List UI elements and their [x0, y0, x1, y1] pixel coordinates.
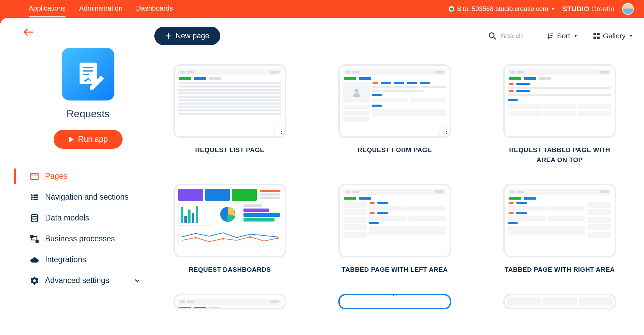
left-rail-cover: [0, 18, 14, 335]
svg-rect-23: [597, 33, 600, 35]
svg-rect-22: [593, 33, 596, 35]
search-input[interactable]: [500, 32, 532, 40]
topbar: Applications Administration Dashboards S…: [14, 0, 644, 18]
selection-handle[interactable]: [338, 294, 341, 296]
card-thumbnail: [503, 184, 616, 257]
card-thumbnail: ⋮: [338, 64, 451, 138]
chevron-down-icon: ▼: [574, 34, 578, 38]
card-title: REQUEST FORM PAGE: [338, 145, 451, 155]
svg-rect-4: [31, 173, 38, 179]
card-request-form[interactable]: ⋮ REQUEST FORM PAGE: [338, 64, 451, 165]
svg-point-6: [31, 194, 33, 196]
chevron-down-icon: ▼: [629, 34, 633, 38]
nav-label: Integrations: [45, 255, 86, 264]
workspace: Requests Run app Pages Navigation and se…: [14, 18, 644, 335]
card-title: TABBED PAGE WITH RIGHT AREA: [503, 265, 616, 275]
card-thumbnail: ⋮: [173, 64, 286, 138]
cloud-icon: [30, 255, 39, 264]
nav-pages[interactable]: Pages: [23, 166, 153, 187]
plus-icon: [165, 33, 171, 39]
run-app-label: Run app: [78, 135, 108, 144]
card-tabbed-right[interactable]: TABBED PAGE WITH RIGHT AREA: [503, 184, 616, 275]
sort-icon: [547, 33, 554, 39]
svg-rect-24: [593, 37, 596, 39]
svg-point-29: [222, 238, 224, 240]
card-title: TABBED PAGE WITH LEFT AREA: [338, 265, 451, 275]
nav-label: Navigation and sections: [45, 192, 128, 202]
tab-applications[interactable]: Applications: [29, 0, 66, 17]
card-tabbed-top[interactable]: REQUEST TABBED PAGE WITH AREA ON TOP: [503, 64, 616, 165]
card-request-list[interactable]: ⋮ REQUEST LIST PAGE: [173, 64, 286, 165]
card-thumbnail: [338, 294, 451, 309]
svg-rect-7: [33, 195, 38, 196]
toolbar: New page Sort ▼ Gallery ▼: [153, 27, 633, 45]
tab-dashboards[interactable]: Dashboards: [136, 0, 173, 17]
page-icon: [30, 172, 39, 181]
new-page-label: New page: [176, 31, 209, 40]
card-thumbnail: [338, 184, 451, 257]
card-thumbnail: [503, 64, 616, 138]
gallery-icon: [593, 33, 600, 39]
database-icon: [30, 214, 39, 223]
svg-point-28: [195, 237, 197, 239]
user-avatar[interactable]: [622, 3, 634, 15]
selection-handle[interactable]: [393, 294, 396, 296]
run-app-button[interactable]: Run app: [54, 130, 123, 149]
status-dot-icon: [449, 6, 454, 12]
card-thumbnail: [173, 184, 286, 257]
nav-business-processes[interactable]: Business processes: [23, 228, 153, 249]
nav-label: Business processes: [45, 234, 115, 243]
search-box[interactable]: [489, 32, 532, 40]
nav-advanced-settings[interactable]: Advanced settings: [23, 270, 153, 291]
sidebar: Requests Run app Pages Navigation and se…: [14, 18, 153, 335]
card-grid: ⋮ REQUEST LIST PAGE: [153, 64, 633, 331]
sort-dropdown[interactable]: Sort ▼: [547, 32, 577, 40]
chevron-down-icon: [135, 279, 140, 282]
gear-icon: [30, 276, 39, 285]
tab-administration[interactable]: Administration: [79, 0, 123, 17]
nav-navigation[interactable]: Navigation and sections: [23, 187, 153, 207]
nav-integrations[interactable]: Integrations: [23, 249, 153, 270]
card-tabbed-left[interactable]: TABBED PAGE WITH LEFT AREA: [338, 184, 451, 275]
svg-point-17: [489, 33, 494, 38]
site-label: Site: 503568-studio.creatio.com: [457, 5, 548, 13]
card-more-button[interactable]: ⋮: [275, 126, 286, 138]
svg-rect-1: [83, 67, 93, 68]
card-thumbnail: [173, 294, 286, 309]
nav-label: Advanced settings: [45, 276, 109, 285]
play-icon: [69, 136, 74, 143]
app-icon[interactable]: [62, 48, 114, 100]
svg-point-8: [31, 198, 33, 200]
view-dropdown[interactable]: Gallery ▼: [593, 32, 633, 40]
site-dropdown[interactable]: Site: 503568-studio.creatio.com ▼: [449, 5, 555, 13]
view-label: Gallery: [603, 32, 626, 40]
card-title: REQUEST LIST PAGE: [173, 145, 286, 155]
search-icon: [489, 32, 496, 40]
card-partial-3[interactable]: [503, 294, 616, 317]
card-dashboards[interactable]: REQUEST DASHBOARDS: [173, 184, 286, 275]
main-content: New page Sort ▼ Gallery ▼: [153, 18, 644, 335]
selection-handle[interactable]: [449, 294, 451, 296]
nav-label: Pages: [45, 172, 67, 181]
svg-rect-25: [597, 37, 600, 39]
card-title: REQUEST DASHBOARDS: [173, 265, 286, 275]
card-partial-1[interactable]: [173, 294, 286, 317]
app-name: Requests: [35, 108, 141, 120]
sort-label: Sort: [557, 32, 570, 40]
svg-point-30: [249, 236, 251, 238]
nav-label: Data models: [45, 213, 89, 223]
svg-line-18: [494, 37, 496, 39]
chevron-down-icon: ▼: [551, 6, 555, 11]
brand-logo: STUDIO Creatio: [562, 5, 615, 13]
back-arrow-button[interactable]: [23, 28, 33, 36]
card-thumbnail: [503, 294, 616, 309]
nav-data-models[interactable]: Data models: [23, 207, 153, 228]
card-partial-2[interactable]: [338, 294, 451, 317]
new-page-button[interactable]: New page: [154, 27, 220, 45]
svg-rect-14: [36, 240, 39, 243]
edit-icon: [88, 69, 108, 94]
svg-point-26: [354, 89, 359, 93]
card-title: REQUEST TABBED PAGE WITH AREA ON TOP: [503, 145, 616, 165]
svg-rect-9: [33, 199, 38, 200]
process-icon: [30, 234, 39, 243]
